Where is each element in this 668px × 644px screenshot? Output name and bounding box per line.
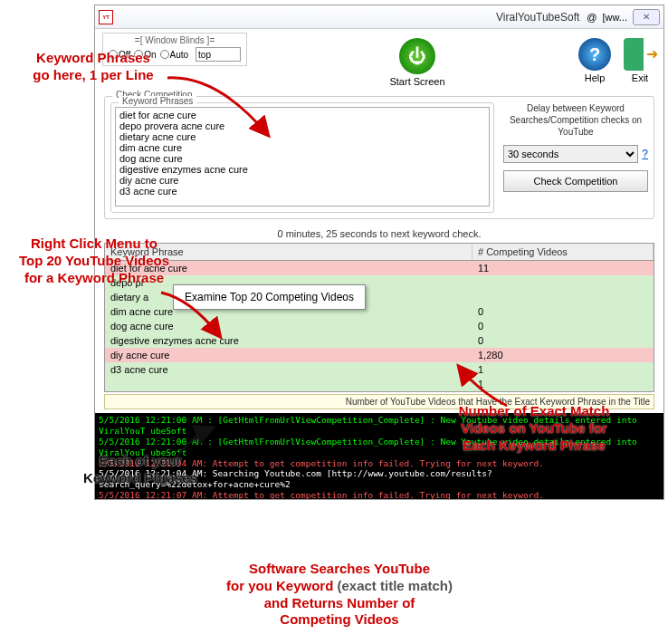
table-row[interactable]: diet for acne cure11 [105,261,654,275]
callout-keyword-phrases: Keyword Phrasesgo here, 1 per Line [7,50,179,84]
app-title: ViralYouTubeSoft [496,11,579,24]
exit-icon [624,38,656,71]
delay-help-link[interactable]: ? [642,148,648,160]
check-competition-button[interactable]: Check Competition [503,170,648,192]
exit-button[interactable]: Exit [624,38,656,83]
window-blinds-title: =[ Window Blinds ]= [109,35,241,45]
arrow-icon [163,71,281,154]
col-competing-videos: # Competing Videos [472,244,654,260]
callout-software-search: Software Searches YouTube for you Keywor… [208,557,471,632]
callout-each-phrase: Each of yourKeyword Phrases [63,453,217,487]
callout-right-click: Right Click Menu toTop 20 YouTube Videos… [4,235,185,286]
power-icon: ⏻ [399,38,435,74]
close-button[interactable]: ✕ [633,9,660,25]
blinds-top-input[interactable] [196,47,241,62]
at-symbol: @ [587,12,596,23]
table-row[interactable]: 1 [105,377,654,391]
start-screen-button[interactable]: ⏻ Start Screen [389,38,444,87]
titlebar: YT ViralYouTubeSoft @ [ww... ✕ [95,5,663,29]
delay-select[interactable]: 30 seconds [503,145,638,163]
app-icon: YT [99,10,113,24]
help-icon: ? [578,38,611,71]
callout-exact-match: Number of Exact MatchVideos on YouTube f… [434,403,634,454]
table-header: Keyword Phrase # Competing Videos [105,244,654,261]
delay-label: Delay between Keyword Searches/Competiti… [503,102,648,138]
help-button[interactable]: ? Help [578,38,611,83]
arrow-icon [154,285,235,351]
table-row[interactable]: d3 acne cure1 [105,362,654,377]
url-fragment: [ww... [602,12,627,23]
